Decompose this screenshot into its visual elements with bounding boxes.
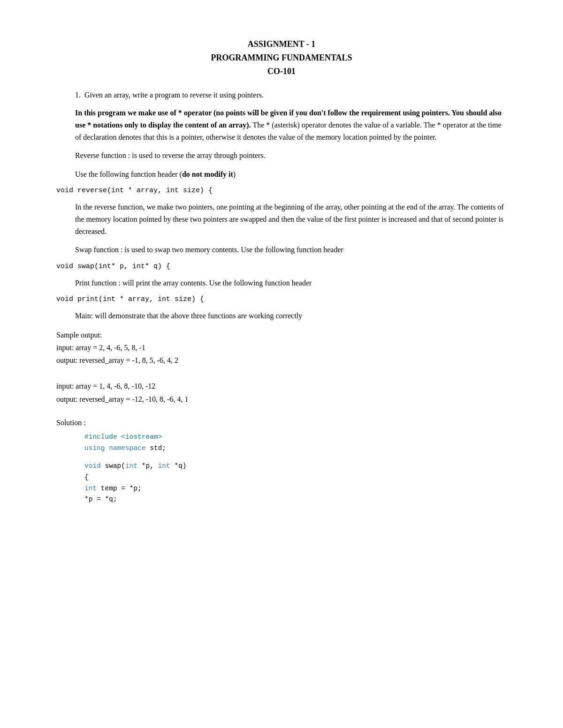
swap-description: Swap function : is used to swap two memo… [75, 244, 507, 256]
bold-italic-text: no points will be given if you don't fol… [75, 109, 502, 129]
code-swap-name: swap( [101, 462, 125, 470]
code-swap-sig: void swap(int *p, int *q) [84, 461, 507, 472]
reverse-body-description: In the reverse function, we make two poi… [75, 201, 507, 237]
code-int-keyword2: int [158, 462, 170, 470]
solution-label-text: Solution : [56, 419, 86, 427]
question-text: Given an array, write a program to rever… [84, 91, 264, 99]
main-desc-text: Main: will demonstrate that the above th… [75, 312, 302, 320]
swap-desc-text: Swap function : is used to swap two memo… [75, 246, 343, 254]
code-spacer1 [84, 454, 507, 461]
function-header-instruction: Use the following function header (do no… [75, 168, 507, 180]
reverse-description: Reverse function : is used to reverse th… [75, 150, 507, 162]
code-include: #include <iostream> [84, 432, 507, 443]
sample2-input: input: array = 1, 4, -6, 8, -10, -12 [56, 380, 507, 392]
sample2-output-block: input: array = 1, 4, -6, 8, -10, -12 out… [56, 380, 507, 405]
code-using: using namespace std; [84, 443, 507, 454]
code-brace-open: { [84, 472, 507, 483]
code-assign-p: *p = *q; [84, 494, 507, 505]
reverse-function-text: void reverse(int * array, int size) { [56, 187, 213, 195]
sample2-output: output: reversed_array = -12, -10, 8, -6… [56, 393, 507, 405]
code-block: #include <iostream> using namespace std;… [84, 432, 507, 506]
print-description: Print function : will print the array co… [75, 277, 507, 289]
code-open-brace: { [84, 473, 89, 481]
bold-intro: In this program we make use of * operato… [75, 109, 502, 129]
closing-paren: ). [246, 121, 251, 129]
sample1-input: input: array = 2, 4, -6, 5, 8, -1 [56, 341, 507, 354]
question-number: 1. [75, 91, 81, 99]
code-void-keyword: void [84, 462, 101, 470]
print-desc-text: Print function : will print the array co… [75, 279, 312, 287]
reverse-desc-text: Reverse function : is used to reverse th… [75, 151, 266, 159]
question-1: 1. Given an array, write a program to re… [75, 91, 507, 99]
swap-function-text: void swap(int* p, int* q) { [56, 263, 170, 270]
code-swap-params: *p, [137, 462, 158, 470]
header-line3: CO-101 [267, 67, 296, 76]
sample1-output: output: reversed_array = -1, 8, 5, -6, 4… [56, 354, 507, 367]
reverse-body-text: In the reverse function, we make two poi… [75, 203, 504, 235]
swap-function-header: void swap(int* p, int* q) { [56, 263, 507, 270]
sample-output-block: Sample output: input: array = 2, 4, -6, … [56, 329, 507, 367]
solution-label: Solution : [56, 419, 507, 427]
header-line1: ASSIGNMENT - 1 [248, 39, 316, 49]
reverse-function-header: void reverse(int * array, int size) { [56, 187, 507, 195]
description-block: In this program we make use of * operato… [75, 107, 507, 143]
code-int-temp: int temp = *p; [84, 483, 507, 495]
do-not-modify: do not modify it [182, 170, 233, 178]
sample-output-label: Sample output: [56, 329, 507, 341]
code-swap-q: *q) [170, 462, 187, 470]
page-header: ASSIGNMENT - 1 PROGRAMMING FUNDAMENTALS … [56, 38, 507, 78]
code-temp-assign: temp = *p; [97, 485, 142, 492]
header-line2: PROGRAMMING FUNDAMENTALS [211, 53, 352, 62]
code-using-keyword: using namespace [84, 444, 146, 452]
main-description: Main: will demonstrate that the above th… [75, 310, 507, 322]
code-p-assign: *p = *q; [84, 495, 117, 503]
print-function-header: void print(int * array, int size) { [56, 295, 507, 303]
code-using-std: std; [146, 444, 167, 452]
print-function-text: void print(int * array, int size) { [56, 295, 204, 303]
code-int-keyword1: int [125, 462, 137, 470]
code-int-keyword3: int [84, 485, 97, 492]
code-include-text: #include <iostream> [84, 433, 162, 441]
